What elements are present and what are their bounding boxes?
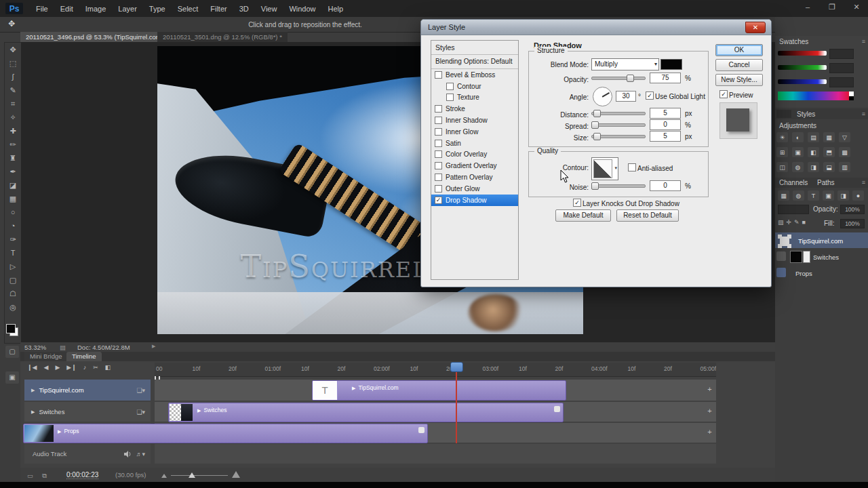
panel-menu-icon[interactable]: ≡ <box>862 110 865 117</box>
path-selection-tool-icon[interactable]: ▷ <box>5 260 21 273</box>
track-tipsquirrel[interactable]: ▶ TipSquirrel.com ❑▾ <box>24 380 151 401</box>
doc-tab-inactive[interactable]: 20110521_3501.dng @ 12.5% (RGB/8*) * <box>157 32 288 42</box>
noise-slider[interactable] <box>591 182 644 188</box>
size-slider[interactable] <box>591 132 644 139</box>
style-item-color-overlay[interactable]: Color Overlay <box>431 149 518 161</box>
style-checkbox[interactable] <box>435 150 442 158</box>
menu-type[interactable]: Type <box>143 1 172 17</box>
white-swatch[interactable] <box>849 92 854 96</box>
red-value-box[interactable] <box>829 49 854 59</box>
transport-icon[interactable]: ♪ <box>83 364 87 371</box>
footer-icon[interactable]: ⧉ <box>42 472 47 480</box>
fill-value[interactable]: 100% <box>840 219 865 228</box>
make-default-button[interactable]: Make Default <box>555 209 611 222</box>
style-item-gradient-overlay[interactable]: Gradient Overlay <box>431 160 518 171</box>
current-timecode[interactable]: 0:00:02:23 <box>66 471 98 479</box>
brush-tool-icon[interactable]: ✏ <box>5 138 21 151</box>
lock-icon[interactable]: ■ <box>802 219 806 226</box>
style-checkbox[interactable]: ✓ <box>435 197 442 204</box>
transport-icon[interactable]: ▶❙ <box>66 364 76 371</box>
panel-menu-icon[interactable]: ≡ <box>862 38 865 45</box>
eraser-tool-icon[interactable]: ◪ <box>5 178 21 192</box>
gradient-tool-icon[interactable]: ▦ <box>5 192 21 205</box>
crop-tool-icon[interactable]: ⌗ <box>5 97 21 110</box>
style-checkbox[interactable] <box>446 83 454 90</box>
layer-filter-icon[interactable]: ▦ <box>778 190 789 201</box>
use-global-light-checkbox[interactable]: ✓ <box>646 92 654 100</box>
anti-aliased-checkbox[interactable] <box>628 163 636 171</box>
zoom-in-icon[interactable] <box>232 471 240 478</box>
dock-panel-icon[interactable]: ▣ <box>5 371 19 384</box>
type-tool-icon[interactable]: T <box>5 246 21 260</box>
style-checkbox[interactable] <box>435 117 442 124</box>
adjustment-icon[interactable]: ▦ <box>823 132 835 142</box>
menu-layer[interactable]: Layer <box>112 1 143 17</box>
adjustment-icon[interactable]: ▩ <box>839 147 850 157</box>
track-audio[interactable]: Audio Track ♬▾ <box>24 444 151 464</box>
green-slider[interactable] <box>778 65 827 70</box>
add-media-button[interactable]: + <box>705 385 714 394</box>
audio-options-icon[interactable]: ♬▾ <box>136 451 145 458</box>
healing-brush-tool-icon[interactable]: ✚ <box>5 124 21 138</box>
fx-badge-icon[interactable] <box>554 406 560 412</box>
angle-value[interactable]: 30 <box>616 91 636 102</box>
spread-slider[interactable] <box>591 121 644 127</box>
layer-filter-icon[interactable]: ● <box>852 190 864 201</box>
style-checkbox[interactable] <box>435 174 442 181</box>
shadow-color-swatch[interactable] <box>660 59 682 70</box>
eyedropper-tool-icon[interactable]: ✧ <box>5 110 21 124</box>
move-tool-icon[interactable]: ✥ <box>5 43 21 56</box>
add-media-button[interactable]: + <box>705 407 714 415</box>
menu-image[interactable]: Image <box>79 1 113 17</box>
adjustment-icon[interactable]: ▽ <box>839 132 850 142</box>
green-value-box[interactable] <box>829 63 854 73</box>
tab-mini-bridge[interactable]: Mini Bridge <box>24 352 68 361</box>
style-item-outer-glow[interactable]: Outer Glow <box>431 183 518 195</box>
adjustment-icon[interactable]: ⬓ <box>823 162 835 172</box>
reset-default-button[interactable]: Reset to Default <box>616 209 679 222</box>
blend-mode-select[interactable]: Multiply▾ <box>591 58 659 70</box>
status-arrow-icon[interactable]: ▶ <box>152 344 155 349</box>
menu-view[interactable]: View <box>255 1 283 17</box>
style-item-bevel-emboss[interactable]: Bevel & Emboss <box>431 69 518 81</box>
color-spectrum-ramp[interactable] <box>778 92 854 100</box>
zoom-tool-icon[interactable]: ◎ <box>5 300 21 314</box>
lock-icon[interactable]: ✎ <box>794 219 800 226</box>
close-icon[interactable]: ✕ <box>849 3 864 12</box>
contour-picker[interactable]: ▾ <box>591 157 618 180</box>
adjustment-icon[interactable]: ▤ <box>808 132 819 142</box>
adjustment-icon[interactable]: ☀ <box>776 132 788 142</box>
opacity-value[interactable]: 75 <box>650 73 681 83</box>
minimize-icon[interactable]: – <box>800 3 815 12</box>
style-checkbox[interactable] <box>435 185 442 192</box>
transport-icon[interactable]: ◀ <box>43 364 48 371</box>
speaker-icon[interactable] <box>124 451 132 458</box>
new-style-button[interactable]: New Style... <box>715 74 763 86</box>
layer-filter-icon[interactable]: T <box>808 190 819 201</box>
style-checkbox[interactable] <box>435 140 442 147</box>
adjustment-icon[interactable]: ◧ <box>808 147 819 157</box>
style-checkbox[interactable] <box>435 128 442 136</box>
layer-filter-icon[interactable]: ▣ <box>823 190 834 201</box>
adjustment-icon[interactable]: ◐ <box>792 132 804 142</box>
ok-button[interactable]: OK <box>715 44 763 56</box>
color-swatches[interactable] <box>6 324 18 336</box>
style-item-satin[interactable]: Satin <box>431 138 518 149</box>
dodge-tool-icon[interactable]: ◔ <box>5 219 21 232</box>
lock-icon[interactable]: ✛ <box>787 219 792 226</box>
preview-checkbox[interactable]: ✓ <box>719 90 728 98</box>
tab-swatches[interactable]: Swatches <box>779 38 808 45</box>
quick-selection-tool-icon[interactable]: ✎ <box>5 83 21 97</box>
fx-badge-icon[interactable] <box>418 427 425 433</box>
tab-channels[interactable]: Channels <box>779 179 808 186</box>
style-item-stroke[interactable]: Stroke <box>431 103 518 115</box>
style-item-inner-shadow[interactable]: Inner Shadow <box>431 115 518 126</box>
cancel-button[interactable]: Cancel <box>715 59 763 71</box>
timeline-ruler[interactable]: 0010f20f01:00f10f20f02:00f10f20f03:00f10… <box>155 363 716 377</box>
adjustment-icon[interactable]: ▣ <box>792 147 804 157</box>
add-media-button[interactable]: + <box>705 428 714 436</box>
lock-icon[interactable]: ▨ <box>778 219 784 226</box>
hidden-tab[interactable] <box>776 110 791 118</box>
zoom-level[interactable]: 53.32% <box>24 344 46 351</box>
blue-slider[interactable] <box>778 79 827 84</box>
